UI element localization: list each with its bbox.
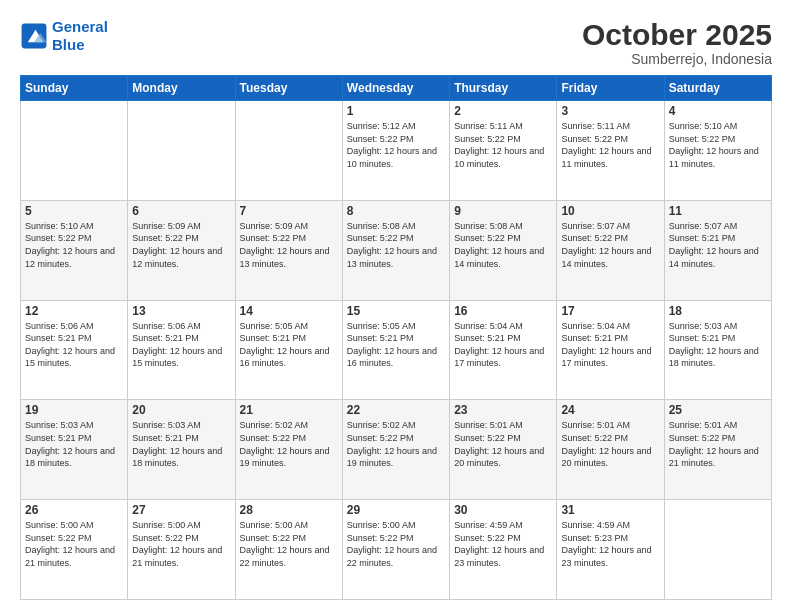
week-row-2: 5Sunrise: 5:10 AMSunset: 5:22 PMDaylight… xyxy=(21,200,772,300)
day-number: 24 xyxy=(561,403,659,417)
day-number: 3 xyxy=(561,104,659,118)
day-info: Sunrise: 5:09 AMSunset: 5:22 PMDaylight:… xyxy=(240,220,338,270)
calendar-cell xyxy=(235,101,342,201)
calendar-cell: 8Sunrise: 5:08 AMSunset: 5:22 PMDaylight… xyxy=(342,200,449,300)
calendar-cell: 26Sunrise: 5:00 AMSunset: 5:22 PMDayligh… xyxy=(21,500,128,600)
day-info: Sunrise: 5:05 AMSunset: 5:21 PMDaylight:… xyxy=(347,320,445,370)
calendar-cell: 9Sunrise: 5:08 AMSunset: 5:22 PMDaylight… xyxy=(450,200,557,300)
calendar-cell: 2Sunrise: 5:11 AMSunset: 5:22 PMDaylight… xyxy=(450,101,557,201)
month-title: October 2025 xyxy=(582,18,772,51)
day-number: 23 xyxy=(454,403,552,417)
calendar-cell: 21Sunrise: 5:02 AMSunset: 5:22 PMDayligh… xyxy=(235,400,342,500)
week-row-5: 26Sunrise: 5:00 AMSunset: 5:22 PMDayligh… xyxy=(21,500,772,600)
calendar-cell: 5Sunrise: 5:10 AMSunset: 5:22 PMDaylight… xyxy=(21,200,128,300)
logo-text: General Blue xyxy=(52,18,108,54)
day-info: Sunrise: 5:03 AMSunset: 5:21 PMDaylight:… xyxy=(25,419,123,469)
day-number: 7 xyxy=(240,204,338,218)
page: General Blue October 2025 Sumberrejo, In… xyxy=(0,0,792,612)
calendar-cell: 28Sunrise: 5:00 AMSunset: 5:22 PMDayligh… xyxy=(235,500,342,600)
calendar-cell: 15Sunrise: 5:05 AMSunset: 5:21 PMDayligh… xyxy=(342,300,449,400)
day-number: 17 xyxy=(561,304,659,318)
day-number: 2 xyxy=(454,104,552,118)
week-row-1: 1Sunrise: 5:12 AMSunset: 5:22 PMDaylight… xyxy=(21,101,772,201)
calendar-cell: 1Sunrise: 5:12 AMSunset: 5:22 PMDaylight… xyxy=(342,101,449,201)
calendar-cell: 25Sunrise: 5:01 AMSunset: 5:22 PMDayligh… xyxy=(664,400,771,500)
location-subtitle: Sumberrejo, Indonesia xyxy=(582,51,772,67)
week-row-3: 12Sunrise: 5:06 AMSunset: 5:21 PMDayligh… xyxy=(21,300,772,400)
weekday-header-monday: Monday xyxy=(128,76,235,101)
weekday-header-saturday: Saturday xyxy=(664,76,771,101)
logo: General Blue xyxy=(20,18,108,54)
day-info: Sunrise: 5:00 AMSunset: 5:22 PMDaylight:… xyxy=(240,519,338,569)
logo-line2: Blue xyxy=(52,36,85,53)
day-number: 26 xyxy=(25,503,123,517)
day-number: 28 xyxy=(240,503,338,517)
day-info: Sunrise: 5:06 AMSunset: 5:21 PMDaylight:… xyxy=(132,320,230,370)
day-info: Sunrise: 5:07 AMSunset: 5:22 PMDaylight:… xyxy=(561,220,659,270)
day-number: 25 xyxy=(669,403,767,417)
day-info: Sunrise: 5:00 AMSunset: 5:22 PMDaylight:… xyxy=(25,519,123,569)
calendar-cell: 18Sunrise: 5:03 AMSunset: 5:21 PMDayligh… xyxy=(664,300,771,400)
calendar-cell: 16Sunrise: 5:04 AMSunset: 5:21 PMDayligh… xyxy=(450,300,557,400)
day-info: Sunrise: 5:02 AMSunset: 5:22 PMDaylight:… xyxy=(347,419,445,469)
day-info: Sunrise: 5:01 AMSunset: 5:22 PMDaylight:… xyxy=(561,419,659,469)
week-row-4: 19Sunrise: 5:03 AMSunset: 5:21 PMDayligh… xyxy=(21,400,772,500)
weekday-header-friday: Friday xyxy=(557,76,664,101)
calendar-cell: 12Sunrise: 5:06 AMSunset: 5:21 PMDayligh… xyxy=(21,300,128,400)
day-info: Sunrise: 5:10 AMSunset: 5:22 PMDaylight:… xyxy=(669,120,767,170)
day-info: Sunrise: 5:01 AMSunset: 5:22 PMDaylight:… xyxy=(669,419,767,469)
day-number: 1 xyxy=(347,104,445,118)
day-number: 18 xyxy=(669,304,767,318)
calendar-cell: 24Sunrise: 5:01 AMSunset: 5:22 PMDayligh… xyxy=(557,400,664,500)
day-number: 13 xyxy=(132,304,230,318)
calendar-cell: 23Sunrise: 5:01 AMSunset: 5:22 PMDayligh… xyxy=(450,400,557,500)
calendar-cell: 27Sunrise: 5:00 AMSunset: 5:22 PMDayligh… xyxy=(128,500,235,600)
day-number: 31 xyxy=(561,503,659,517)
day-info: Sunrise: 5:05 AMSunset: 5:21 PMDaylight:… xyxy=(240,320,338,370)
day-info: Sunrise: 5:01 AMSunset: 5:22 PMDaylight:… xyxy=(454,419,552,469)
day-info: Sunrise: 5:11 AMSunset: 5:22 PMDaylight:… xyxy=(561,120,659,170)
day-info: Sunrise: 5:06 AMSunset: 5:21 PMDaylight:… xyxy=(25,320,123,370)
calendar-cell: 29Sunrise: 5:00 AMSunset: 5:22 PMDayligh… xyxy=(342,500,449,600)
day-number: 27 xyxy=(132,503,230,517)
day-info: Sunrise: 5:03 AMSunset: 5:21 PMDaylight:… xyxy=(669,320,767,370)
day-number: 8 xyxy=(347,204,445,218)
day-number: 22 xyxy=(347,403,445,417)
calendar-cell: 30Sunrise: 4:59 AMSunset: 5:22 PMDayligh… xyxy=(450,500,557,600)
logo-icon xyxy=(20,22,48,50)
day-info: Sunrise: 5:00 AMSunset: 5:22 PMDaylight:… xyxy=(347,519,445,569)
calendar-cell xyxy=(21,101,128,201)
day-info: Sunrise: 5:08 AMSunset: 5:22 PMDaylight:… xyxy=(454,220,552,270)
day-info: Sunrise: 5:02 AMSunset: 5:22 PMDaylight:… xyxy=(240,419,338,469)
day-info: Sunrise: 5:07 AMSunset: 5:21 PMDaylight:… xyxy=(669,220,767,270)
calendar-cell: 22Sunrise: 5:02 AMSunset: 5:22 PMDayligh… xyxy=(342,400,449,500)
weekday-header-sunday: Sunday xyxy=(21,76,128,101)
calendar-cell: 4Sunrise: 5:10 AMSunset: 5:22 PMDaylight… xyxy=(664,101,771,201)
calendar-cell: 3Sunrise: 5:11 AMSunset: 5:22 PMDaylight… xyxy=(557,101,664,201)
day-number: 21 xyxy=(240,403,338,417)
weekday-header-wednesday: Wednesday xyxy=(342,76,449,101)
day-info: Sunrise: 5:12 AMSunset: 5:22 PMDaylight:… xyxy=(347,120,445,170)
calendar-cell: 10Sunrise: 5:07 AMSunset: 5:22 PMDayligh… xyxy=(557,200,664,300)
day-info: Sunrise: 4:59 AMSunset: 5:22 PMDaylight:… xyxy=(454,519,552,569)
day-number: 20 xyxy=(132,403,230,417)
day-number: 14 xyxy=(240,304,338,318)
day-number: 29 xyxy=(347,503,445,517)
weekday-header-thursday: Thursday xyxy=(450,76,557,101)
day-number: 15 xyxy=(347,304,445,318)
day-info: Sunrise: 5:11 AMSunset: 5:22 PMDaylight:… xyxy=(454,120,552,170)
day-info: Sunrise: 5:10 AMSunset: 5:22 PMDaylight:… xyxy=(25,220,123,270)
day-number: 30 xyxy=(454,503,552,517)
calendar: SundayMondayTuesdayWednesdayThursdayFrid… xyxy=(20,75,772,600)
calendar-cell: 19Sunrise: 5:03 AMSunset: 5:21 PMDayligh… xyxy=(21,400,128,500)
calendar-cell: 6Sunrise: 5:09 AMSunset: 5:22 PMDaylight… xyxy=(128,200,235,300)
calendar-cell xyxy=(664,500,771,600)
day-number: 11 xyxy=(669,204,767,218)
day-number: 16 xyxy=(454,304,552,318)
day-info: Sunrise: 5:00 AMSunset: 5:22 PMDaylight:… xyxy=(132,519,230,569)
day-info: Sunrise: 4:59 AMSunset: 5:23 PMDaylight:… xyxy=(561,519,659,569)
day-info: Sunrise: 5:08 AMSunset: 5:22 PMDaylight:… xyxy=(347,220,445,270)
day-number: 19 xyxy=(25,403,123,417)
day-number: 4 xyxy=(669,104,767,118)
calendar-cell: 31Sunrise: 4:59 AMSunset: 5:23 PMDayligh… xyxy=(557,500,664,600)
